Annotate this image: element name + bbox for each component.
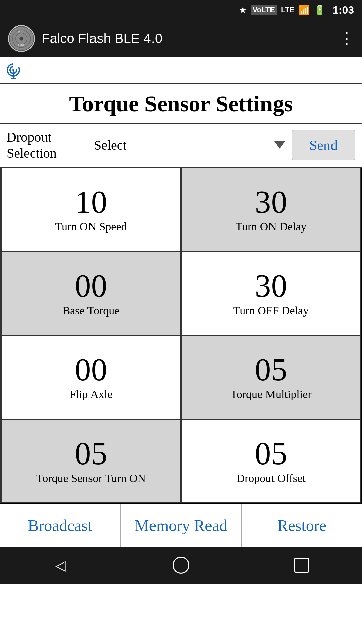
flip-axle-cell[interactable]: 00 Flip Axle <box>1 335 181 419</box>
app-title: Falco Flash BLE 4.0 <box>42 31 332 46</box>
dropout-offset-cell[interactable]: 05 Dropout Offset <box>181 419 361 503</box>
flip-axle-label: Flip Axle <box>70 388 113 401</box>
signal-icon: 📶 <box>298 5 310 16</box>
back-button[interactable]: ◁ <box>47 552 74 579</box>
turn-off-delay-value: 30 <box>255 270 287 302</box>
overflow-menu-button[interactable]: ⋮ <box>339 31 354 47</box>
base-torque-label: Base Torque <box>63 304 120 318</box>
settings-grid: 10 Turn ON Speed 30 Turn ON Delay 00 Bas… <box>0 168 362 503</box>
svg-text:2018: 2018 <box>18 30 24 33</box>
recents-button[interactable] <box>288 552 315 579</box>
dropout-select-dropdown[interactable]: Select <box>94 135 285 156</box>
turn-off-delay-cell[interactable]: 30 Turn OFF Delay <box>181 252 361 335</box>
dropout-selection-label: Dropout Selection <box>7 129 87 161</box>
ble-area <box>0 57 362 84</box>
flip-axle-value: 00 <box>75 354 107 386</box>
restore-button[interactable]: Restore <box>242 504 362 547</box>
dropdown-value: Select <box>94 137 271 153</box>
page-title-area: Torque Sensor Settings <box>0 84 362 124</box>
app-logo: 2018 Falco <box>8 25 35 52</box>
dropout-offset-label: Dropout Offset <box>236 472 305 485</box>
page-title: Torque Sensor Settings <box>10 91 352 117</box>
torque-multiplier-label: Torque Multiplier <box>230 388 311 401</box>
dropout-offset-value: 05 <box>255 437 287 470</box>
turn-off-delay-label: Turn OFF Delay <box>233 304 309 318</box>
torque-sensor-turn-on-value: 05 <box>75 437 107 470</box>
base-torque-value: 00 <box>75 270 107 302</box>
torque-multiplier-cell[interactable]: 05 Torque Multiplier <box>181 335 361 419</box>
chevron-down-icon <box>271 141 285 149</box>
ble-antenna-icon <box>7 60 27 80</box>
bluetooth-icon: ★ <box>239 5 247 15</box>
torque-sensor-turn-on-label: Torque Sensor Turn ON <box>36 472 146 485</box>
turn-on-delay-cell[interactable]: 30 Turn ON Delay <box>181 168 361 252</box>
lte-indicator: LTE <box>281 6 294 14</box>
app-bar: 2018 Falco Falco Flash BLE 4.0 ⋮ <box>0 20 362 57</box>
turn-on-speed-value: 10 <box>75 186 107 218</box>
status-time: 1:03 <box>333 4 354 16</box>
battery-icon: 🔋 <box>314 5 326 16</box>
send-button[interactable]: Send <box>292 130 355 160</box>
status-bar: ★ VoLTE LTE 📶 🔋 1:03 <box>0 0 362 20</box>
turn-on-speed-label: Turn ON Speed <box>55 220 127 234</box>
recents-square-icon <box>294 558 309 573</box>
nav-bar: ◁ <box>0 547 362 584</box>
home-circle-icon <box>173 557 189 574</box>
base-torque-cell[interactable]: 00 Base Torque <box>1 252 181 335</box>
turn-on-speed-cell[interactable]: 10 Turn ON Speed <box>1 168 181 252</box>
svg-point-8 <box>12 69 14 71</box>
torque-sensor-turn-on-cell[interactable]: 05 Torque Sensor Turn ON <box>1 419 181 503</box>
bottom-buttons: Broadcast Memory Read Restore <box>0 503 362 547</box>
svg-text:Falco: Falco <box>18 43 25 46</box>
dropdown-row: Dropout Selection Select Send <box>0 124 362 168</box>
svg-point-3 <box>19 37 23 40</box>
torque-multiplier-value: 05 <box>255 354 287 386</box>
turn-on-delay-value: 30 <box>255 186 287 218</box>
memory-read-button[interactable]: Memory Read <box>121 504 242 547</box>
broadcast-button[interactable]: Broadcast <box>0 504 121 547</box>
home-button[interactable] <box>168 552 194 579</box>
turn-on-delay-label: Turn ON Delay <box>235 220 306 234</box>
volte-indicator: VoLTE <box>251 5 277 15</box>
